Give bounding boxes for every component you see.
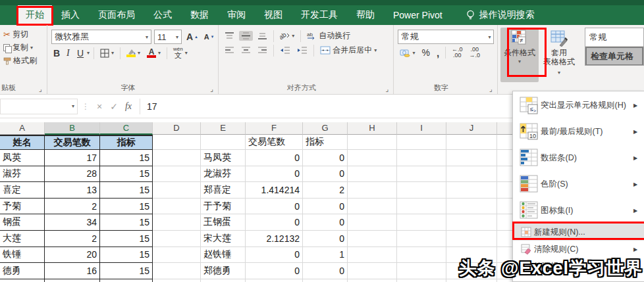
cell-empty[interactable] [153, 263, 201, 279]
cell-empty[interactable] [397, 150, 446, 166]
column-header-b[interactable]: B [45, 122, 100, 135]
cell-empty[interactable] [348, 247, 397, 264]
conditional-formatting-button[interactable]: ≠ 条件格式 ▾ [500, 28, 539, 82]
column-header-h[interactable]: H [348, 122, 397, 135]
cell-empty[interactable] [446, 263, 497, 279]
cell-name[interactable]: 铁锤 [0, 247, 45, 264]
cell-transactions[interactable]: 2 [45, 231, 100, 247]
cell-target[interactable]: 15 [100, 263, 153, 279]
cell-empty[interactable] [446, 166, 497, 183]
menu-item-clear-rules[interactable]: 清除规则(C) ▶ [513, 241, 644, 258]
cell-target[interactable]: 15 [100, 279, 153, 282]
cell-value-g[interactable]: 0 [303, 279, 348, 282]
ribbon-tab[interactable]: 页面布局 [89, 5, 144, 25]
cell-value-g[interactable]: 0 [303, 263, 348, 279]
cell-target[interactable]: 15 [100, 199, 153, 215]
menu-item-manage-rules[interactable]: 管理规则(R)... [513, 258, 644, 275]
cell-name[interactable]: 予菊 [0, 199, 45, 215]
cell-empty[interactable] [397, 182, 446, 199]
cell-transactions[interactable]: 2 [45, 199, 100, 215]
cell-value-g[interactable]: 1 [303, 247, 348, 264]
cell-empty[interactable] [348, 150, 397, 166]
font-size-select[interactable]: 11 ▾ [154, 30, 182, 44]
cell-d1[interactable] [153, 135, 201, 150]
cell-name[interactable]: 凤英 [0, 150, 45, 166]
cell-value-g[interactable]: 2 [303, 182, 348, 199]
cell-fullname[interactable]: 郑德勇 [201, 263, 246, 279]
chevron-down-icon[interactable]: ▾ [87, 50, 90, 56]
menu-item-color-scales[interactable]: 色阶(S) ▶ [513, 171, 644, 197]
cell-empty[interactable] [348, 182, 397, 199]
cell-fullname[interactable]: 龙淑芬 [201, 166, 246, 183]
column-header-g[interactable]: G [303, 122, 348, 135]
column-header-f[interactable]: F [246, 122, 303, 135]
cell-name[interactable]: 钢蛋 [0, 214, 45, 231]
increase-decimal-button[interactable]: ←.0.00 [450, 46, 465, 59]
cell-b1[interactable]: 交易笔数 [45, 135, 100, 150]
cell-name[interactable]: 大莲 [0, 231, 45, 247]
cell-value-f[interactable]: 2.12132 [246, 231, 303, 247]
cell-fullname[interactable]: 王钢蛋 [201, 214, 246, 231]
name-box[interactable]: ▾ [0, 99, 78, 114]
column-header-i[interactable]: I [397, 122, 446, 135]
cancel-button[interactable]: × [92, 101, 107, 112]
cell-target[interactable]: 15 [100, 166, 153, 183]
cell-value-f[interactable]: 0 [246, 199, 303, 215]
cell-empty[interactable] [446, 279, 497, 282]
cell-empty[interactable] [348, 199, 397, 215]
ribbon-tab[interactable]: 审阅 [218, 5, 255, 25]
menu-item-new-rule[interactable]: 新建规则(N)... [513, 223, 644, 241]
cell-c1[interactable]: 指标 [100, 135, 153, 150]
menu-item-highlight-cells-rules[interactable]: ≤> 突出显示单元格规则(H) ▶ [513, 92, 644, 118]
cell-empty[interactable] [153, 214, 201, 231]
cell-value-g[interactable]: 0 [303, 166, 348, 183]
cell-fullname[interactable]: 赵铁锤 [201, 247, 246, 264]
cell-value-f[interactable]: 0 [246, 263, 303, 279]
cell-empty[interactable] [153, 199, 201, 215]
cell-value-g[interactable]: 0 [303, 231, 348, 247]
cell-empty[interactable] [397, 263, 446, 279]
top-align-button[interactable] [223, 31, 236, 41]
enter-button[interactable]: ✓ [107, 101, 121, 112]
cell-empty[interactable] [397, 166, 446, 183]
cell-value-f[interactable]: 0 [246, 166, 303, 183]
increase-indent-button[interactable] [295, 45, 309, 55]
font-name-select[interactable]: 微软雅黑 ▾ [51, 30, 151, 44]
cell-empty[interactable] [397, 231, 446, 247]
cell-name[interactable]: 葛钢铁 [0, 279, 45, 282]
align-left-button[interactable] [223, 45, 236, 55]
cell-empty[interactable] [348, 214, 397, 231]
cell-empty[interactable] [446, 199, 497, 215]
italic-button[interactable]: I [65, 47, 72, 59]
cell-value-f[interactable]: 1.414214 [246, 182, 303, 199]
cell-empty[interactable] [153, 231, 201, 247]
cell-e1[interactable] [201, 135, 246, 150]
cell-transactions[interactable]: 16 [45, 263, 100, 279]
cell-fullname[interactable]: 诸葛钢铁 [201, 279, 246, 282]
merge-center-button[interactable]: 合并后居中 ▾ [318, 44, 379, 57]
column-header-d[interactable]: D [153, 122, 201, 135]
cell-empty[interactable] [446, 150, 497, 166]
cell-empty[interactable] [153, 150, 201, 166]
cell-name[interactable]: 喜定 [0, 182, 45, 199]
cell-target[interactable]: 15 [100, 231, 153, 247]
cell-empty[interactable] [446, 247, 497, 264]
ribbon-tab[interactable]: 公式 [144, 5, 181, 25]
middle-align-button[interactable] [239, 31, 253, 41]
cell-transactions[interactable]: 34 [45, 214, 100, 231]
cell-target[interactable]: 15 [100, 247, 153, 264]
cell-transactions[interactable]: 19 [45, 279, 100, 282]
ribbon-tab[interactable]: 帮助 [347, 5, 384, 25]
font-color-button[interactable]: A ▾ [145, 47, 163, 59]
column-header-c[interactable]: C [100, 122, 153, 135]
format-painter-button[interactable]: 格式刷 [1, 55, 44, 67]
cell-value-g[interactable]: 0 [303, 214, 348, 231]
insert-function-button[interactable]: fx [121, 101, 136, 112]
format-as-table-button[interactable]: 套用 表格格式 ▾ [539, 28, 579, 82]
clipboard-dialog-launcher[interactable]: ⌟ [39, 86, 45, 93]
cell-empty[interactable] [153, 247, 201, 264]
cell-fullname[interactable]: 宋大莲 [201, 231, 246, 247]
cell-empty[interactable] [397, 199, 446, 215]
cell-empty[interactable] [348, 263, 397, 279]
ribbon-tab[interactable]: Power Pivot [384, 5, 452, 25]
